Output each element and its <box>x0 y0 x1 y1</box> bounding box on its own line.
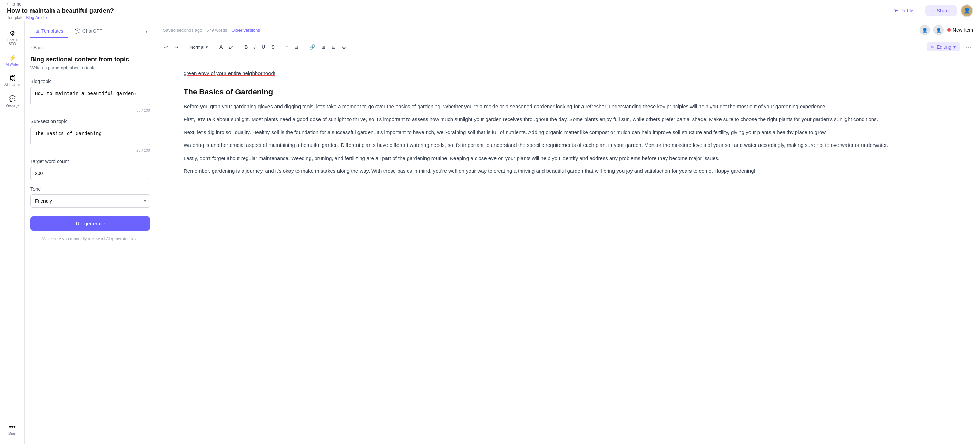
back-chevron-icon: ‹ <box>30 45 32 50</box>
red-underline-text: green envy of your entire neighborhood! <box>184 70 275 76</box>
user-avatar[interactable]: 👤 <box>961 5 973 17</box>
table-button[interactable]: ⊟ <box>329 43 338 51</box>
bullet-list-button[interactable]: ≡ <box>283 43 291 51</box>
left-panel: ⊞ Templates 💬 ChatGPT › ‹ Back Blog sect… <box>25 21 156 444</box>
more-icon: ••• <box>9 423 16 431</box>
tab-templates[interactable]: ⊞ Templates <box>30 25 68 38</box>
blog-topic-char-count: 35 / 100 <box>30 108 150 113</box>
word-count-group: Target word count <box>30 159 150 180</box>
home-label: Home <box>10 2 22 6</box>
paragraph-6: Remember, gardening is a journey, and it… <box>184 166 952 176</box>
paragraph-5: Lastly, don't forget about regular maint… <box>184 154 952 163</box>
panel-tabs: ⊞ Templates 💬 ChatGPT › <box>25 21 156 38</box>
tone-group: Tone Friendly Professional Casual Formal… <box>30 186 150 208</box>
underline-text-paragraph: green envy of your entire neighborhood! <box>184 69 952 78</box>
word-count-label: Target word count <box>30 159 150 164</box>
text-style-select[interactable]: Normal ▾ <box>187 43 211 51</box>
numbered-list-button[interactable]: ⊟ <box>292 43 301 51</box>
collapse-panel-button[interactable]: › <box>143 27 150 36</box>
templates-icon: ⊞ <box>35 28 39 34</box>
sidebar-item-brief-seo[interactable]: ⚙ Brief + SEO <box>2 27 23 49</box>
chevron-left-icon: ‹ <box>7 2 8 6</box>
sidebar-item-message[interactable]: 💬 Message <box>2 92 23 110</box>
tone-select[interactable]: Friendly Professional Casual Formal Witt… <box>30 194 150 208</box>
home-link[interactable]: ‹ Home <box>7 2 114 6</box>
editor-area: Saved seconds ago 679 words Older versio… <box>156 21 980 444</box>
tab-chatgpt[interactable]: 💬 ChatGPT <box>70 25 107 38</box>
sub-section-group: Sub-section topic 23 / 100 <box>30 119 150 152</box>
template-title: Blog sectional content from topic <box>30 56 150 63</box>
editor-content[interactable]: green envy of your entire neighborhood! … <box>156 55 980 444</box>
share-icon: ↑ <box>932 8 934 13</box>
ai-writer-icon: ⚡ <box>9 54 16 62</box>
section-heading: The Basics of Gardening <box>184 87 952 97</box>
sidebar-item-more[interactable]: ••• More <box>2 421 23 438</box>
strikethrough-button[interactable]: S <box>269 43 277 51</box>
highlight-button[interactable]: 🖊 <box>226 43 236 51</box>
main-layout: ⚙ Brief + SEO ⚡ AI Writer 🖼 AI Images 💬 … <box>0 21 980 444</box>
italic-button[interactable]: I <box>251 43 258 51</box>
image-button[interactable]: ⊞ <box>319 43 328 51</box>
panel-content: ‹ Back Blog sectional content from topic… <box>25 38 156 444</box>
editing-chevron-icon: ▾ <box>953 44 956 50</box>
word-count-input[interactable] <box>30 167 150 180</box>
more-options-button[interactable]: ⊕ <box>340 43 348 51</box>
sub-section-input[interactable] <box>30 127 150 146</box>
paragraph-1: Before you grab your gardening gloves an… <box>184 102 952 111</box>
red-dot-indicator <box>947 28 951 32</box>
message-icon: 💬 <box>9 95 16 103</box>
paragraph-3: Next, let's dig into soil quality. Healt… <box>184 128 952 137</box>
disclaimer-text: Make sure you manually review all AI gen… <box>30 236 150 242</box>
publish-arrow-icon: ➤ <box>894 7 898 14</box>
icon-bar: ⚙ Brief + SEO ⚡ AI Writer 🖼 AI Images 💬 … <box>0 21 25 444</box>
undo-button[interactable]: ↩ <box>161 43 170 51</box>
toolbar-right: ✏ Editing ▾ ⋯ <box>926 42 974 52</box>
toolbar-separator-4 <box>280 43 280 50</box>
editor-toolbar: ↩ ↪ Normal ▾ A 🖊 B I U S ≡ ⊟ 🔗 ⊞ ⊟ ⊕ <box>156 39 980 55</box>
sub-section-label: Sub-section topic <box>30 119 150 124</box>
toolbar-separator-2 <box>214 43 214 50</box>
editor-meta: Saved seconds ago 679 words Older versio… <box>163 28 260 33</box>
share-button[interactable]: ↑ Share <box>926 5 956 16</box>
chatgpt-icon: 💬 <box>75 28 80 34</box>
blog-topic-group: Blog topic 35 / 100 <box>30 79 150 113</box>
sidebar-item-ai-images[interactable]: 🖼 AI Images <box>2 72 23 90</box>
saved-label: Saved seconds ago <box>163 28 202 33</box>
publish-button[interactable]: ➤ Publish <box>889 5 921 17</box>
blog-topic-input[interactable] <box>30 87 150 105</box>
header-left: ‹ Home How to maintain a beautiful garde… <box>7 2 114 20</box>
text-color-button[interactable]: A <box>217 43 225 51</box>
template-description: Writes a paragraph about a topic. <box>30 65 150 70</box>
back-button[interactable]: ‹ Back <box>30 45 44 50</box>
editor-controls: 👤 👤 New Item <box>920 25 973 35</box>
paragraph-2: First, let's talk about sunlight. Most p… <box>184 115 952 124</box>
link-button[interactable]: 🔗 <box>307 43 317 51</box>
toolbar-more-button[interactable]: ⋯ <box>963 42 974 52</box>
editor-topbar: Saved seconds ago 679 words Older versio… <box>156 21 980 39</box>
editing-button[interactable]: ✏ Editing ▾ <box>926 43 960 51</box>
paragraph-4: Watering is another crucial aspect of ma… <box>184 141 952 150</box>
header-right: ➤ Publish ↑ Share 👤 <box>889 5 973 17</box>
brief-seo-icon: ⚙ <box>10 30 15 37</box>
sidebar-item-ai-writer[interactable]: ⚡ AI Writer <box>2 51 23 69</box>
editing-pencil-icon: ✏ <box>931 44 934 50</box>
tone-select-wrapper: Friendly Professional Casual Formal Witt… <box>30 194 150 208</box>
sub-section-char-count: 23 / 100 <box>30 148 150 152</box>
ai-images-icon: 🖼 <box>9 75 16 82</box>
toolbar-separator-5 <box>304 43 304 50</box>
new-item-badge: New Item <box>947 27 973 33</box>
collaborator-avatar-1: 👤 <box>920 25 930 35</box>
toolbar-separator-3 <box>239 43 239 50</box>
template-label: Template: Blog Article <box>7 15 114 20</box>
regenerate-button[interactable]: Re-generate <box>30 216 150 231</box>
older-versions-link[interactable]: Older versions <box>231 28 260 33</box>
collaborator-avatar-2: 👤 <box>934 25 944 35</box>
underline-button[interactable]: U <box>259 43 267 51</box>
word-count-display: 679 words <box>206 28 227 33</box>
bold-button[interactable]: B <box>242 43 250 51</box>
template-link[interactable]: Blog Article <box>26 15 46 20</box>
document-title: How to maintain a beautiful garden? <box>7 7 114 14</box>
top-header: ‹ Home How to maintain a beautiful garde… <box>0 0 980 21</box>
blog-topic-label: Blog topic <box>30 79 150 84</box>
redo-button[interactable]: ↪ <box>172 43 181 51</box>
